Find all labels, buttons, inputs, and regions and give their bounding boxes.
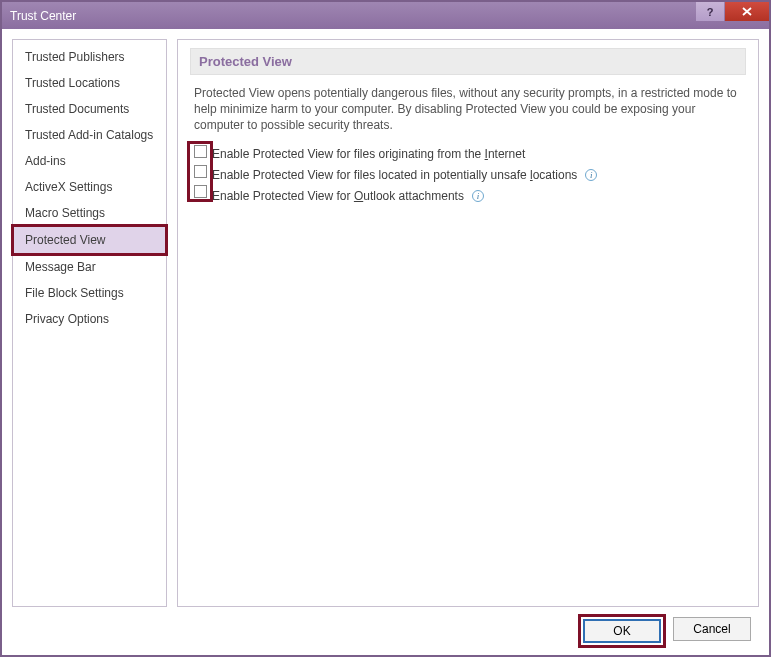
help-button[interactable]: ? <box>696 2 724 21</box>
dialog-footer: OK Cancel <box>12 617 759 645</box>
checkbox-outlook-attachments[interactable] <box>194 185 207 198</box>
ok-button[interactable]: OK <box>583 619 661 643</box>
category-sidebar: Trusted Publishers Trusted Locations Tru… <box>12 39 167 607</box>
titlebar: Trust Center ? <box>2 2 769 29</box>
option-label-outlook: Enable Protected View for Outlook attach… <box>212 189 464 203</box>
ok-highlight: OK <box>581 617 663 645</box>
window-controls: ? <box>695 2 769 21</box>
info-icon[interactable]: i <box>585 169 597 181</box>
option-label-unsafe-locations: Enable Protected View for files located … <box>212 168 577 182</box>
window-title: Trust Center <box>10 9 76 23</box>
sidebar-item-trusted-publishers[interactable]: Trusted Publishers <box>13 44 166 70</box>
sidebar-item-file-block-settings[interactable]: File Block Settings <box>13 280 166 306</box>
trust-center-dialog: Trust Center ? Trusted Publishers Truste… <box>0 0 771 657</box>
sidebar-item-privacy-options[interactable]: Privacy Options <box>13 306 166 332</box>
option-label-internet: Enable Protected View for files originat… <box>212 147 525 161</box>
sidebar-item-macro-settings[interactable]: Macro Settings <box>13 200 166 226</box>
checkbox-unsafe-locations[interactable] <box>194 165 207 178</box>
sidebar-item-trusted-locations[interactable]: Trusted Locations <box>13 70 166 96</box>
section-description: Protected View opens potentially dangero… <box>194 85 742 134</box>
sidebar-item-trusted-addin-catalogs[interactable]: Trusted Add-in Catalogs <box>13 122 166 148</box>
settings-panel: Protected View Protected View opens pote… <box>177 39 759 607</box>
sidebar-item-activex-settings[interactable]: ActiveX Settings <box>13 174 166 200</box>
info-icon[interactable]: i <box>472 190 484 202</box>
sidebar-item-protected-view[interactable]: Protected View <box>13 226 166 254</box>
dialog-content: Trusted Publishers Trusted Locations Tru… <box>2 29 769 655</box>
close-icon <box>742 7 752 16</box>
section-heading: Protected View <box>190 48 746 75</box>
checkbox-internet[interactable] <box>194 145 207 158</box>
sidebar-item-message-bar[interactable]: Message Bar <box>13 254 166 280</box>
sidebar-item-trusted-documents[interactable]: Trusted Documents <box>13 96 166 122</box>
sidebar-item-add-ins[interactable]: Add-ins <box>13 148 166 174</box>
checkbox-highlight <box>190 144 210 199</box>
cancel-button[interactable]: Cancel <box>673 617 751 641</box>
close-button[interactable] <box>725 2 769 21</box>
